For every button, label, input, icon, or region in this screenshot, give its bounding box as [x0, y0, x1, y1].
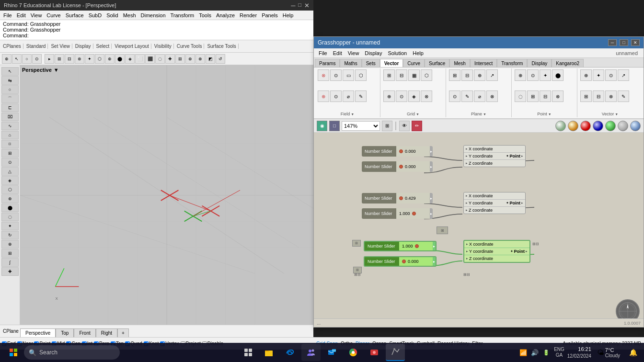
vector-icon-8[interactable]: ✎ [618, 90, 629, 102]
close-icon[interactable]: ✕ [304, 2, 310, 9]
vector-icon-2[interactable]: ✦ [593, 69, 604, 81]
field-icon-7[interactable]: ⌀ [343, 90, 354, 102]
field-icon-8[interactable]: ✎ [355, 90, 367, 102]
grid-icon-2[interactable]: ⊟ [396, 69, 407, 81]
tb-icon-2[interactable]: ↖ [12, 54, 22, 64]
tb-icon-8[interactable]: ⊗ [75, 54, 84, 64]
menu-edit[interactable]: Edit [14, 12, 28, 18]
network-icon[interactable]: 📶 [518, 348, 528, 357]
tool-23[interactable]: ✚ [1, 267, 19, 276]
gh-sphere-3[interactable] [580, 121, 591, 131]
tb-icon-6[interactable]: ⊞ [55, 54, 64, 64]
gh-canvas-eye-btn[interactable]: 👁 [399, 121, 410, 131]
point-node-g3[interactable]: ▸ X coordinate ▸ Y coordinate ✦ Point ▸ … [463, 240, 530, 263]
tool-13[interactable]: ◈ [1, 176, 19, 185]
field-icon-2[interactable]: ⊙ [330, 69, 342, 81]
plane-icon-2[interactable]: ⊟ [461, 69, 473, 81]
tab-perspective[interactable]: Perspective [20, 328, 56, 337]
grid-icon-5[interactable]: ⊕ [383, 90, 395, 102]
gh-tab-surface[interactable]: Surface [425, 59, 449, 67]
taskbar-chrome[interactable] [344, 344, 363, 361]
tb-icon-5[interactable]: ▸ [45, 54, 54, 64]
slider-g1-1[interactable]: Number Slider 0.000 ▸ [362, 146, 433, 157]
tool-select[interactable]: ↖ [1, 67, 19, 76]
tb-icon-12[interactable]: ⬤ [115, 54, 125, 64]
gh-tab-mesh[interactable]: Mesh [449, 59, 470, 67]
plane-icon-7[interactable]: ⌀ [474, 90, 485, 102]
viewport-perspective-label[interactable]: Perspective ▼ [22, 67, 59, 73]
grid-icon-7[interactable]: ◈ [408, 90, 420, 102]
gh-tab-vector[interactable]: Vector [380, 59, 403, 67]
tool-4[interactable]: ⌒ [1, 94, 19, 103]
point-node-g2[interactable]: ▸ X coordinate ▸ Y coordinate ✦ Point ▸ … [463, 192, 526, 214]
menu-tools[interactable]: Tools [196, 12, 214, 18]
gh-sphere-1[interactable] [555, 121, 566, 131]
menu-help[interactable]: Help [280, 12, 296, 18]
tb-icon-13[interactable]: ◈ [125, 54, 135, 64]
tool-17[interactable]: ◌ [1, 213, 19, 221]
tool-14[interactable]: ⬡ [1, 185, 19, 194]
tb-icon-20[interactable]: ⊗ [196, 54, 205, 64]
menu-analyze[interactable]: Analyze [214, 12, 237, 18]
tool-19[interactable]: ↻ [1, 231, 19, 239]
menu-render[interactable]: Render [237, 12, 259, 18]
slider-g3-2[interactable]: Number Slider 0.000 ▸ [364, 256, 437, 267]
vector-icon-3[interactable]: ⊙ [605, 69, 617, 81]
point-icon-5[interactable]: ◌ [515, 90, 526, 102]
plane-icon-6[interactable]: ✎ [461, 90, 473, 102]
viewport-dropdown-icon[interactable]: ▼ [54, 67, 59, 73]
minimize-icon[interactable]: ─ [291, 2, 295, 9]
point-icon-3[interactable]: ✦ [540, 69, 551, 81]
point-node-g1[interactable]: ▸ X coordinate ▸ Y coordinate ✦ Point ▸ … [463, 145, 526, 167]
taskbar-outlook[interactable] [322, 344, 342, 361]
gh-tab-sets[interactable]: Sets [362, 59, 380, 67]
point-icon-1[interactable]: ⊕ [515, 69, 526, 81]
language-indicator[interactable]: ENG GA [554, 347, 564, 358]
gh-canvas[interactable]: Number Slider 0.000 ▸ Number Slider 0.00… [314, 133, 644, 327]
point-icon-2[interactable]: ⊙ [527, 69, 539, 81]
point-icon-4[interactable]: ⬤ [552, 69, 564, 81]
tab-top[interactable]: Top [56, 328, 74, 337]
point-icon-8[interactable]: ⊗ [552, 90, 564, 102]
vector-icon-6[interactable]: ⊟ [593, 90, 604, 102]
tool-12[interactable]: △ [1, 167, 19, 176]
tb-icon-11[interactable]: ⊕ [105, 54, 115, 64]
slider-g3-1[interactable]: Number Slider 1.000 ▸ [364, 241, 437, 251]
gh-close-button[interactable]: ✕ [631, 39, 640, 46]
maximize-icon[interactable]: □ [298, 2, 301, 9]
taskbar-teams[interactable] [301, 344, 321, 361]
gh-tab-display[interactable]: Display [527, 59, 552, 67]
weather-widget[interactable]: 🌤 7°C Cloudy [594, 347, 623, 358]
menu-dimension[interactable]: Dimension [138, 12, 168, 18]
field-icon-5[interactable]: ⊕ [318, 90, 329, 102]
tab-add[interactable]: + [117, 328, 129, 337]
gh-canvas-fit-btn[interactable]: ⊞ [382, 121, 392, 131]
plane-icon-1[interactable]: ⊞ [449, 69, 460, 81]
slider-g2-1[interactable]: Number Slider 0.429 ▸ [362, 193, 433, 204]
gh-menu-solution[interactable]: Solution [385, 50, 410, 56]
gh-tab-transform[interactable]: Transform [497, 59, 527, 67]
slider-g2-2[interactable]: Number Slider 1.000 ▸ [362, 208, 433, 219]
plane-icon-5[interactable]: ⊙ [449, 90, 460, 102]
menu-file[interactable]: File [1, 12, 14, 18]
plane-icon-4[interactable]: ↗ [486, 69, 498, 81]
slider-g1-2[interactable]: Number Slider 0.000 ▸ [362, 161, 433, 172]
taskbar-file-explorer[interactable] [259, 344, 278, 361]
gh-canvas-brush-btn[interactable]: ✏ [412, 121, 422, 131]
gh-sphere-5[interactable] [605, 121, 616, 131]
gh-menu-help[interactable]: Help [410, 50, 426, 56]
clock[interactable]: 16:21 12/02/2024 [567, 346, 591, 359]
tool-16[interactable]: ⬤ [1, 204, 19, 212]
taskbar-edge[interactable] [280, 344, 299, 361]
tool-15[interactable]: ⊕ [1, 194, 19, 203]
gh-sphere-6[interactable] [618, 121, 628, 131]
tab-front[interactable]: Front [74, 328, 95, 337]
field-icon-1[interactable]: ⊗ [318, 69, 329, 81]
tool-5[interactable]: ⊏ [1, 103, 19, 112]
menu-mesh[interactable]: Mesh [121, 12, 138, 18]
tool-7[interactable]: ∿ [1, 122, 19, 130]
tb-icon-15[interactable]: ⬛ [145, 54, 155, 64]
zoom-level-select[interactable]: 147% 100% 75% [342, 121, 380, 131]
gh-tab-params[interactable]: Params [315, 59, 340, 67]
battery-icon[interactable]: 🔋 [541, 348, 551, 357]
